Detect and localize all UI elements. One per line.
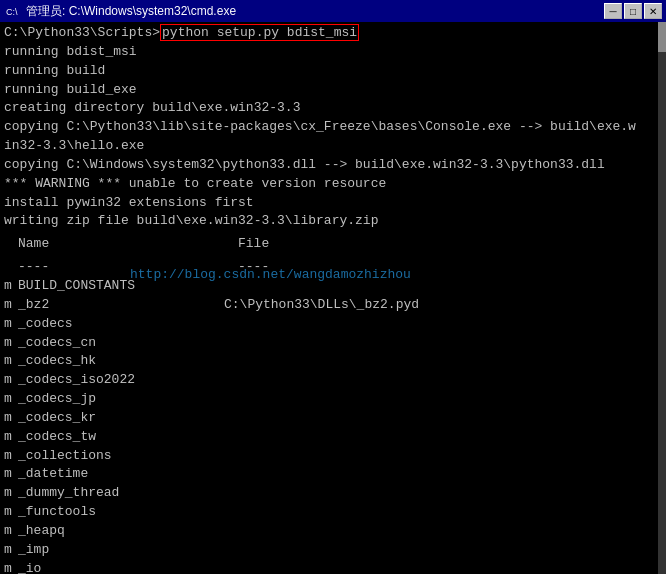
row-module-name: _codecs_hk: [18, 352, 224, 371]
title-bar-left: C:\ 管理员: C:\Windows\system32\cmd.exe: [4, 3, 236, 20]
title-text: 管理员: C:\Windows\system32\cmd.exe: [26, 3, 236, 20]
table-row: m_codecs_jp: [4, 390, 662, 409]
row-flag: m: [4, 560, 18, 574]
sep-spacer: [4, 258, 18, 277]
flag-spacer: [4, 235, 18, 254]
table-row: m_codecs_kr: [4, 409, 662, 428]
output-line-2: running build: [4, 62, 662, 81]
row-flag: m: [4, 390, 18, 409]
table-row: m_io: [4, 560, 662, 574]
row-module-name: _datetime: [18, 465, 224, 484]
row-module-name: _dummy_thread: [18, 484, 224, 503]
minimize-button[interactable]: ─: [604, 3, 622, 19]
row-flag: m: [4, 465, 18, 484]
row-flag: m: [4, 277, 18, 296]
cmd-icon: C:\: [4, 3, 20, 19]
row-module-name: _codecs_cn: [18, 334, 224, 353]
output-line-8: *** WARNING *** unable to create version…: [4, 175, 662, 194]
row-module-name: BUILD_CONSTANTS: [18, 277, 224, 296]
col-file-header: File: [238, 235, 538, 254]
table-row: m_imp: [4, 541, 662, 560]
title-bar-controls: ─ □ ✕: [604, 3, 662, 19]
row-flag: m: [4, 522, 18, 541]
table-row: mBUILD_CONSTANTS: [4, 277, 662, 296]
table-row: m_codecs: [4, 315, 662, 334]
row-file-path: C:\Python33\DLLs\_bz2.pyd: [224, 296, 419, 315]
row-module-name: _codecs_iso2022: [18, 371, 224, 390]
row-flag: m: [4, 503, 18, 522]
terminal: C:\Python33\Scripts>python setup.py bdis…: [0, 22, 666, 574]
row-module-name: _functools: [18, 503, 224, 522]
close-button[interactable]: ✕: [644, 3, 662, 19]
table-row: m_codecs_cn: [4, 334, 662, 353]
svg-text:C:\: C:\: [6, 7, 18, 17]
output-line-6: in32-3.3\hello.exe: [4, 137, 662, 156]
prompt-line: C:\Python33\Scripts>python setup.py bdis…: [4, 24, 662, 43]
table-row: m_collections: [4, 447, 662, 466]
output-line-7: copying C:\Windows\system32\python33.dll…: [4, 156, 662, 175]
scrollbar-thumb[interactable]: [658, 22, 666, 52]
table-row: m_heapq: [4, 522, 662, 541]
command-highlight: python setup.py bdist_msi: [160, 24, 359, 41]
title-bar: C:\ 管理员: C:\Windows\system32\cmd.exe ─ □…: [0, 0, 666, 22]
row-flag: m: [4, 352, 18, 371]
row-flag: m: [4, 371, 18, 390]
table-row: m_datetime: [4, 465, 662, 484]
table-row: m_dummy_thread: [4, 484, 662, 503]
output-line-1: running bdist_msi: [4, 43, 662, 62]
row-module-name: _io: [18, 560, 224, 574]
output-line-10: writing zip file build\exe.win32-3.3\lib…: [4, 212, 662, 231]
row-module-name: _codecs_tw: [18, 428, 224, 447]
row-module-name: _codecs: [18, 315, 224, 334]
table-header: Name File: [4, 235, 662, 254]
table-row: m_codecs_hk: [4, 352, 662, 371]
restore-button[interactable]: □: [624, 3, 642, 19]
row-flag: m: [4, 541, 18, 560]
row-module-name: _heapq: [18, 522, 224, 541]
table-row: m_codecs_iso2022: [4, 371, 662, 390]
row-flag: m: [4, 447, 18, 466]
prompt-text: C:\Python33\Scripts>: [4, 25, 160, 40]
table-row: m_codecs_tw: [4, 428, 662, 447]
row-module-name: _codecs_jp: [18, 390, 224, 409]
output-line-4: creating directory build\exe.win32-3.3: [4, 99, 662, 118]
table-separator: ---- ----: [4, 258, 662, 277]
row-flag: m: [4, 428, 18, 447]
col-file-sep: ----: [238, 258, 538, 277]
row-flag: m: [4, 296, 18, 315]
row-flag: m: [4, 484, 18, 503]
row-module-name: _codecs_kr: [18, 409, 224, 428]
row-flag: m: [4, 334, 18, 353]
row-module-name: _collections: [18, 447, 224, 466]
scrollbar[interactable]: [658, 22, 666, 574]
output-line-5: copying C:\Python33\lib\site-packages\cx…: [4, 118, 662, 137]
table-rows-container: mBUILD_CONSTANTSm_bz2C:\Python33\DLLs\_b…: [4, 277, 662, 574]
output-line-9: install pywin32 extensions first: [4, 194, 662, 213]
col-name-sep: ----: [18, 258, 238, 277]
table-row: m_functools: [4, 503, 662, 522]
col-name-header: Name: [18, 235, 238, 254]
row-flag: m: [4, 409, 18, 428]
output-line-3: running build_exe: [4, 81, 662, 100]
table-row: m_bz2C:\Python33\DLLs\_bz2.pyd: [4, 296, 662, 315]
row-module-name: _imp: [18, 541, 224, 560]
row-module-name: _bz2: [18, 296, 224, 315]
row-flag: m: [4, 315, 18, 334]
